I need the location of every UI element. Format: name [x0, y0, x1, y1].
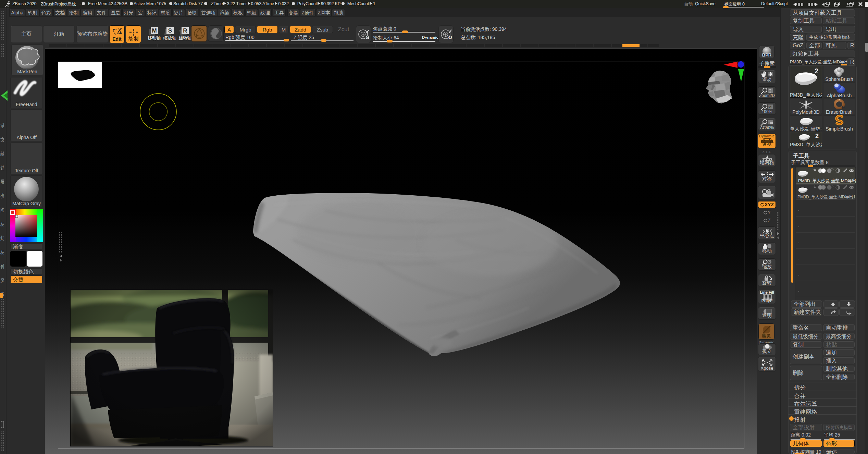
- svg-text:D: D: [448, 34, 452, 40]
- svg-text:x1: x1: [768, 106, 772, 109]
- svg-text:S: S: [366, 34, 369, 40]
